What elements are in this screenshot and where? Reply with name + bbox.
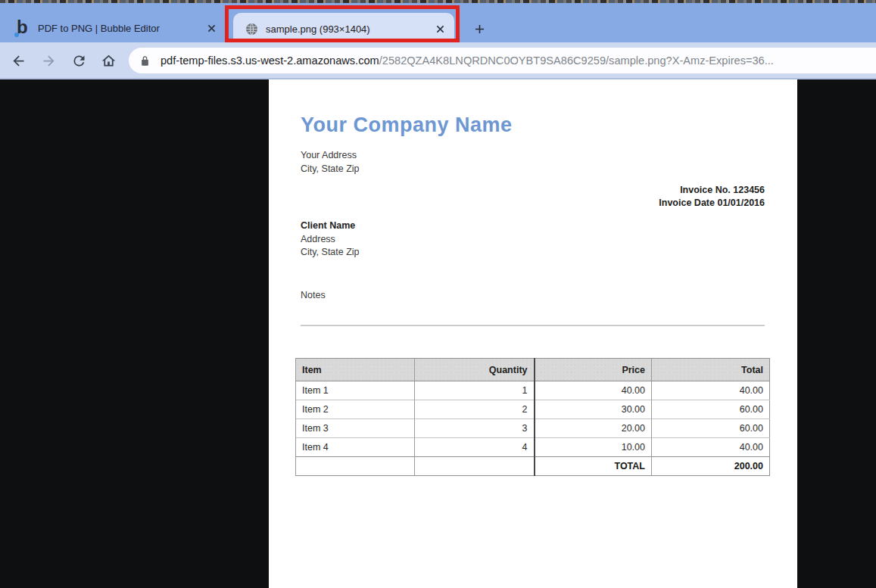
table-cell: 20.00: [535, 419, 652, 438]
table-cell: 60.00: [652, 400, 770, 419]
invoice-date: Invoice Date 01/01/2016: [659, 197, 765, 210]
table-cell: 40.00: [535, 381, 652, 400]
tab-close-icon[interactable]: [433, 23, 447, 36]
tab-title: sample.png (993×1404): [266, 23, 433, 35]
table-cell: 40.00: [652, 438, 770, 457]
table-row: Item 1 1 40.00 40.00: [296, 381, 770, 400]
client-address-line: Address: [301, 233, 360, 247]
company-address-line: City, State Zip: [301, 163, 360, 176]
url-domain: pdf-temp-files.s3.us-west-2.amazonaws.co…: [161, 54, 379, 67]
address-bar[interactable]: pdf-temp-files.s3.us-west-2.amazonaws.co…: [129, 48, 876, 73]
table-header-quantity: Quantity: [415, 359, 535, 381]
table-row: Item 2 2 30.00 60.00: [296, 400, 770, 419]
reload-icon: [71, 53, 87, 69]
table-row: Item 4 4 10.00 40.00: [296, 438, 770, 457]
tab-close-icon[interactable]: [204, 21, 218, 35]
notes-divider: [301, 325, 765, 326]
client-name: Client Name: [301, 219, 360, 233]
table-cell: Item 4: [296, 438, 415, 457]
table-header-total: Total: [652, 359, 770, 381]
table-header-item: Item: [296, 359, 415, 381]
reload-button[interactable]: [70, 51, 88, 70]
url-path: /2582QZA4K8LNQRDNC0OYBT9SA86C9259/sample…: [379, 54, 774, 67]
table-cell: 30.00: [535, 400, 652, 419]
new-tab-button[interactable]: [469, 19, 489, 39]
table-row: Item 3 3 20.00 60.00: [296, 419, 770, 438]
table-cell: 40.00: [652, 381, 770, 400]
notes-label: Notes: [301, 290, 326, 300]
forward-arrow-icon: [41, 53, 57, 69]
table-header-row: Item Quantity Price Total: [296, 359, 770, 381]
invoice-table: Item Quantity Price Total Item 1 1 40.00…: [295, 358, 770, 476]
url-text: pdf-temp-files.s3.us-west-2.amazonaws.co…: [161, 54, 774, 67]
tab-bubble-editor[interactable]: b PDF to PNG | Bubble Editor: [6, 12, 226, 44]
table-cell: 60.00: [652, 419, 770, 438]
invoice-image: Your Company Name Your Address City, Sta…: [269, 79, 797, 588]
table-cell: Item 3: [296, 419, 415, 438]
plus-icon: [472, 22, 487, 36]
company-address-line: Your Address: [301, 149, 360, 163]
forward-button[interactable]: [39, 51, 58, 70]
total-value: 200.00: [652, 457, 770, 476]
table-cell: [415, 457, 535, 476]
tab-sample-png[interactable]: sample.png (993×1404): [233, 13, 454, 45]
table-cell: 1: [415, 381, 535, 400]
company-address: Your Address City, State Zip: [301, 149, 360, 176]
bubble-logo-icon: b: [17, 18, 30, 38]
client-address-line: City, State Zip: [301, 246, 360, 260]
tab-title: PDF to PNG | Bubble Editor: [38, 23, 204, 34]
browser-toolbar: pdf-temp-files.s3.us-west-2.amazonaws.co…: [0, 42, 876, 79]
client-address-block: Client Name Address City, State Zip: [301, 219, 360, 260]
table-cell: [296, 457, 415, 476]
table-cell: 4: [415, 438, 535, 457]
globe-favicon-icon: [245, 23, 258, 36]
total-label: TOTAL: [535, 457, 652, 476]
back-button[interactable]: [9, 51, 27, 70]
table-cell: Item 2: [296, 400, 415, 419]
ssl-lock-icon[interactable]: [139, 55, 151, 67]
tab-bar: b PDF to PNG | Bubble Editor sample.png …: [0, 3, 876, 42]
image-viewer-background: Your Company Name Your Address City, Sta…: [0, 79, 876, 588]
table-cell: 10.00: [535, 438, 652, 457]
invoice-number: Invoice No. 123456: [659, 184, 765, 197]
home-button[interactable]: [99, 51, 117, 70]
invoice-meta: Invoice No. 123456 Invoice Date 01/01/20…: [659, 184, 765, 210]
company-name: Your Company Name: [301, 114, 513, 137]
home-icon: [101, 53, 117, 69]
table-header-price: Price: [535, 359, 652, 381]
table-total-row: TOTAL 200.00: [296, 457, 770, 476]
table-cell: Item 1: [296, 381, 415, 400]
table-cell: 3: [415, 419, 535, 438]
back-arrow-icon: [11, 53, 26, 69]
browser-window: b PDF to PNG | Bubble Editor sample.png …: [0, 0, 876, 588]
table-cell: 2: [415, 400, 535, 419]
